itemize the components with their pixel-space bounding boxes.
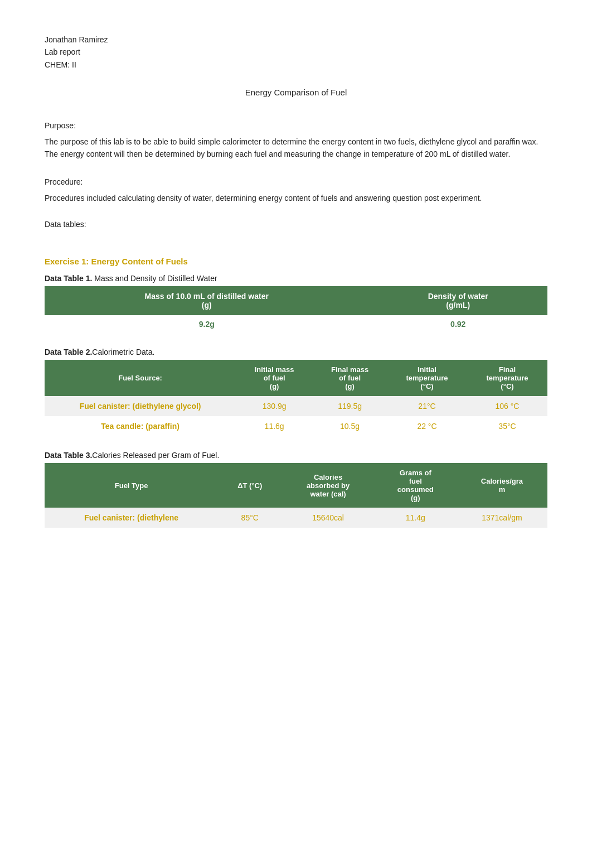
table-row: Fuel canister: (diethylene 85°C 15640cal…: [45, 508, 547, 528]
table1-label: Data Table 1. Mass and Density of Distil…: [45, 274, 547, 283]
data-tables-label: Data tables:: [45, 220, 547, 229]
table1-header-density: Density of water (g/mL): [368, 286, 547, 315]
procedure-section: Procedure: Procedures included calculati…: [45, 176, 547, 204]
exercise1-heading: Exercise 1: Energy Content of Fuels: [45, 257, 547, 266]
table2-final-mass-2: 10.5g: [313, 416, 387, 436]
purpose-text: The purpose of this lab is to be able to…: [45, 136, 547, 161]
table3-header-calories: Calories absorbed by water (cal): [282, 463, 374, 508]
table3-header-grams: Grams of fuel consumed (g): [375, 463, 457, 508]
table1-mass-value: 9.2g: [45, 315, 368, 333]
purpose-label: Purpose:: [45, 119, 547, 132]
table3-label: Data Table 3.Calories Released per Gram …: [45, 451, 547, 460]
table1-density-value: 0.92: [368, 315, 547, 333]
table2-final-temp-1: 106 °C: [467, 396, 547, 416]
table2-initial-mass-1: 130.9g: [236, 396, 313, 416]
table1: Mass of 10.0 mL of distilled water (g) D…: [45, 286, 547, 333]
table-row: 9.2g 0.92: [45, 315, 547, 333]
page-title: Energy Comparison of Fuel: [45, 88, 547, 97]
course: CHEM: II: [45, 59, 547, 71]
table2-header-initial-mass: Initial mass of fuel (g): [236, 360, 313, 396]
table2: Fuel Source: Initial mass of fuel (g) Fi…: [45, 360, 547, 436]
author-name: Jonathan Ramirez: [45, 33, 547, 46]
table2-final-temp-2: 35°C: [467, 416, 547, 436]
table3-grams-1: 11.4g: [375, 508, 457, 528]
exercise1-section: Exercise 1: Energy Content of Fuels Data…: [45, 257, 547, 528]
procedure-label: Procedure:: [45, 176, 547, 188]
table-row: Tea candle: (paraffin) 11.6g 10.5g 22 °C…: [45, 416, 547, 436]
table2-fuel-1: Fuel canister: (diethylene glycol): [45, 396, 236, 416]
table2-initial-temp-2: 22 °C: [387, 416, 467, 436]
header-block: Jonathan Ramirez Lab report CHEM: II: [45, 33, 547, 71]
table-row: Fuel canister: (diethylene glycol) 130.9…: [45, 396, 547, 416]
table2-header-final-temp: Final temperature (°C): [467, 360, 547, 396]
table2-fuel-2: Tea candle: (paraffin): [45, 416, 236, 436]
purpose-section: Purpose: The purpose of this lab is to b…: [45, 119, 547, 160]
table2-header-final-mass: Final mass of fuel (g): [313, 360, 387, 396]
table2-final-mass-1: 119.5g: [313, 396, 387, 416]
table3: Fuel Type ΔT (°C) Calories absorbed by w…: [45, 463, 547, 528]
table2-label: Data Table 2.Calorimetric Data.: [45, 348, 547, 356]
table3-header-cal-per-gram: Calories/gra m: [457, 463, 547, 508]
table1-header-mass: Mass of 10.0 mL of distilled water (g): [45, 286, 368, 315]
report-type: Lab report: [45, 46, 547, 58]
table3-header-fuel-type: Fuel Type: [45, 463, 218, 508]
table3-delta-t-1: 85°C: [218, 508, 282, 528]
table3-fuel-1: Fuel canister: (diethylene: [45, 508, 218, 528]
table3-calories-1: 15640cal: [282, 508, 374, 528]
table2-initial-temp-1: 21°C: [387, 396, 467, 416]
table2-initial-mass-2: 11.6g: [236, 416, 313, 436]
table2-header-fuel: Fuel Source:: [45, 360, 236, 396]
table2-header-initial-temp: Initial temperature (°C): [387, 360, 467, 396]
procedure-text: Procedures included calculating density …: [45, 192, 547, 204]
table3-cal-per-gram-1: 1371cal/gm: [457, 508, 547, 528]
table3-header-delta-t: ΔT (°C): [218, 463, 282, 508]
